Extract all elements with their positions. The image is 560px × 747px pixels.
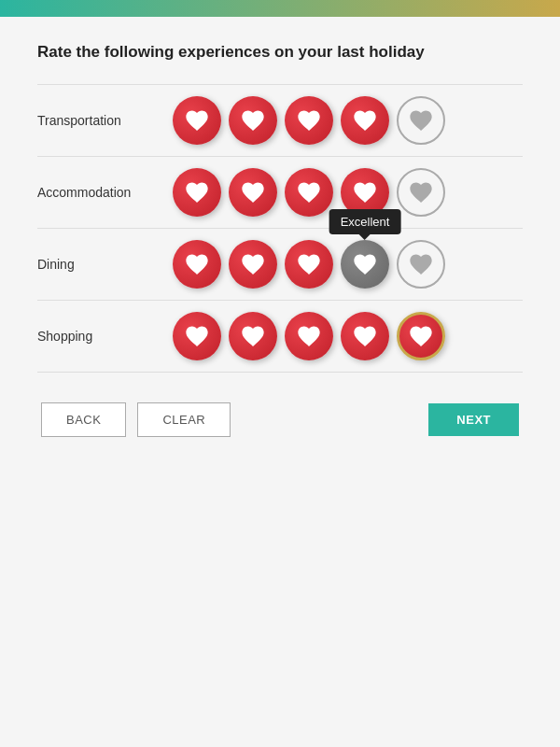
heart-shopping-3[interactable] — [285, 312, 333, 360]
heart-transportation-3[interactable] — [285, 96, 333, 145]
stars-accommodation — [173, 168, 445, 217]
clear-button[interactable]: CLEAR — [137, 402, 231, 437]
excellent-tooltip: Excellent — [329, 209, 401, 234]
heart-dining-3[interactable] — [285, 240, 333, 289]
left-buttons: BACK CLEAR — [41, 402, 231, 437]
row-label-shopping: Shopping — [37, 329, 173, 344]
heart-dining-4-wrapper: Excellent — [341, 240, 389, 289]
heart-transportation-2[interactable] — [229, 96, 277, 145]
rating-row-transportation: Transportation — [37, 84, 523, 156]
stars-shopping — [173, 312, 445, 360]
heart-accommodation-2[interactable] — [229, 168, 277, 217]
heart-dining-4[interactable] — [341, 240, 389, 289]
row-label-dining: Dining — [37, 257, 173, 272]
heart-transportation-1[interactable] — [173, 96, 221, 145]
heart-transportation-5[interactable] — [397, 96, 445, 145]
question-title: Rate the following experiences on your l… — [37, 43, 523, 62]
top-bar — [0, 0, 560, 17]
row-label-accommodation: Accommodation — [37, 185, 173, 200]
heart-shopping-5[interactable] — [397, 312, 445, 360]
heart-transportation-4[interactable] — [341, 96, 389, 145]
heart-accommodation-5[interactable] — [397, 168, 445, 217]
rating-row-accommodation: Accommodation — [37, 156, 523, 228]
heart-dining-5[interactable] — [397, 240, 445, 289]
row-label-transportation: Transportation — [37, 113, 173, 128]
stars-transportation — [173, 96, 445, 145]
rating-table: Transportation Acco — [37, 84, 523, 373]
back-button[interactable]: BACK — [41, 402, 126, 437]
heart-shopping-2[interactable] — [229, 312, 277, 360]
heart-dining-1[interactable] — [173, 240, 221, 289]
stars-dining: Excellent — [173, 240, 445, 289]
rating-row-shopping: Shopping — [37, 300, 523, 373]
heart-dining-2[interactable] — [229, 240, 277, 289]
heart-accommodation-1[interactable] — [173, 168, 221, 217]
rating-row-dining: Dining Excellent — [37, 228, 523, 300]
next-button[interactable]: NEXT — [428, 403, 519, 436]
heart-accommodation-3[interactable] — [285, 168, 333, 217]
actions-bar: BACK CLEAR NEXT — [37, 402, 523, 437]
heart-shopping-1[interactable] — [173, 312, 221, 360]
heart-shopping-4[interactable] — [341, 312, 389, 360]
